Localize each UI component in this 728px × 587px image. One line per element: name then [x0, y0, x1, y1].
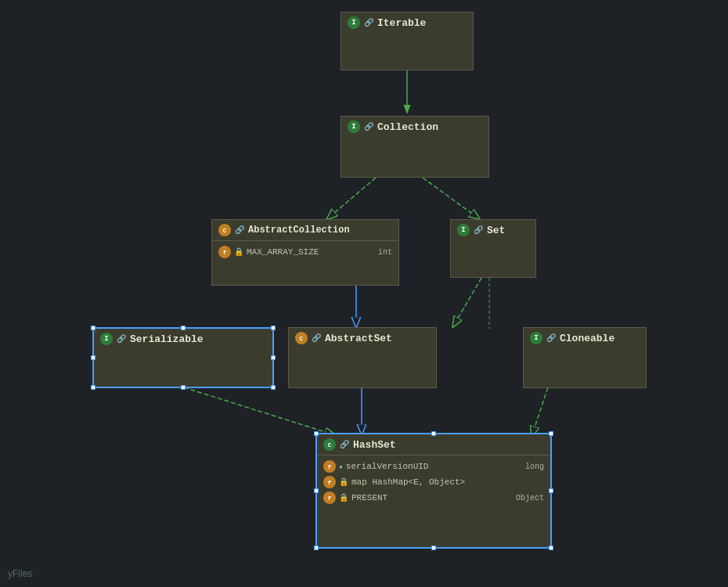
field-serialversionuid: f ● serialVersionUID long — [323, 459, 544, 474]
serializable-label: Serializable — [130, 333, 204, 345]
field-name-3: PRESENT — [351, 493, 387, 502]
abstractcollection-body: f 🔒 MAX_ARRAY_SIZE int — [212, 241, 398, 263]
field-name: MAX_ARRAY_SIZE — [247, 247, 319, 257]
lock-icon-2: 🔒 — [339, 477, 348, 487]
field-name-2: map HashMap<E, Object> — [351, 477, 465, 487]
node-hashset-header: C 🔗 HashSet — [317, 434, 550, 456]
field-type-3: Object — [516, 494, 544, 502]
svg-line-2 — [423, 178, 478, 218]
cloneable-chain-icon: 🔗 — [546, 333, 556, 343]
set-label: Set — [487, 225, 505, 236]
node-iterable[interactable]: I 🔗 Iterable — [341, 12, 474, 70]
abstractset-badge: C — [295, 332, 308, 344]
node-cloneable-header: I 🔗 Cloneable — [524, 328, 646, 348]
field-map: f 🔒 map HashMap<E, Object> — [323, 474, 544, 490]
abstractset-chain-icon: 🔗 — [312, 333, 321, 343]
hashset-body: f ● serialVersionUID long f 🔒 map HashMa… — [317, 456, 550, 509]
serializable-chain-icon: 🔗 — [117, 334, 126, 344]
abstractset-label: AbstractSet — [325, 333, 392, 344]
field-badge: f — [218, 246, 231, 258]
iterable-label: Iterable — [377, 17, 426, 29]
iterable-chain-icon: 🔗 — [364, 18, 373, 27]
watermark: yFiles — [8, 568, 32, 579]
iterable-badge: I — [348, 16, 360, 29]
node-abstractcollection-header: C 🔗 AbstractCollection — [212, 220, 398, 241]
field-present: f 🔒 PRESENT Object — [323, 490, 544, 506]
hashset-label: HashSet — [353, 439, 396, 451]
serializable-badge: I — [100, 333, 113, 345]
field-max-array-size: f 🔒 MAX_ARRAY_SIZE int — [218, 244, 392, 260]
field-type-1: long — [525, 463, 544, 471]
node-cloneable[interactable]: I 🔗 Cloneable — [523, 327, 647, 388]
field-badge-2: f — [323, 476, 336, 488]
set-chain-icon: 🔗 — [474, 225, 483, 235]
node-abstractcollection[interactable]: C 🔗 AbstractCollection f 🔒 MAX_ARRAY_SIZ… — [211, 219, 399, 286]
node-collection-header: I 🔗 Collection — [341, 117, 488, 137]
node-set[interactable]: I 🔗 Set — [450, 219, 536, 278]
collection-label: Collection — [377, 121, 438, 133]
diagram-canvas[interactable]: I 🔗 Iterable I 🔗 Collection C 🔗 Abstract… — [0, 0, 728, 587]
cloneable-badge: I — [530, 332, 542, 344]
svg-line-1 — [329, 178, 376, 218]
node-iterable-header: I 🔗 Iterable — [341, 13, 473, 33]
hashset-badge: C — [323, 438, 336, 451]
node-hashset[interactable]: C 🔗 HashSet f ● serialVersionUID long f … — [315, 433, 552, 549]
node-set-header: I 🔗 Set — [451, 220, 535, 240]
hashset-chain-icon: 🔗 — [340, 440, 349, 449]
lock-icon-3: 🔒 — [339, 493, 348, 502]
abstractcollection-label: AbstractCollection — [248, 225, 350, 236]
field-type: int — [378, 248, 392, 257]
collection-badge: I — [348, 121, 360, 133]
node-collection[interactable]: I 🔗 Collection — [341, 116, 489, 178]
node-serializable[interactable]: I 🔗 Serializable — [92, 327, 274, 388]
circle-icon: ● — [339, 463, 343, 470]
node-abstractset-header: C 🔗 AbstractSet — [289, 328, 436, 348]
svg-line-4 — [454, 278, 481, 325]
node-abstractset[interactable]: C 🔗 AbstractSet — [288, 327, 437, 388]
abstractcollection-badge: C — [218, 224, 231, 236]
cloneable-label: Cloneable — [560, 333, 614, 344]
svg-line-7 — [532, 387, 548, 434]
set-badge: I — [457, 224, 470, 236]
field-badge-3: f — [323, 492, 336, 504]
field-name-1: serialVersionUID — [346, 462, 429, 471]
collection-chain-icon: 🔗 — [364, 122, 373, 131]
field-badge-1: f — [323, 460, 336, 473]
node-serializable-header: I 🔗 Serializable — [94, 329, 272, 349]
svg-line-6 — [184, 387, 333, 434]
lock-icon: 🔒 — [234, 247, 243, 257]
abstractcollection-chain-icon: 🔗 — [235, 225, 244, 235]
